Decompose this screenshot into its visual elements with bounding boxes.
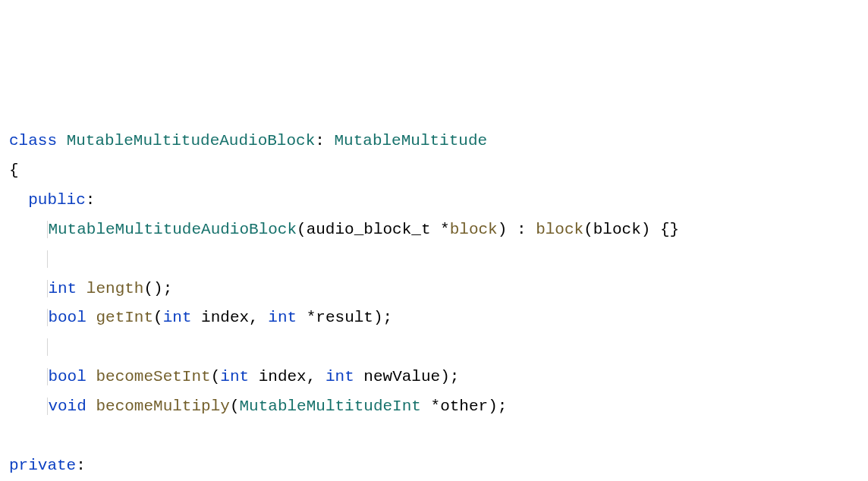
keyword-public: public [28,191,86,209]
code-line: bool becomeSetInt(int index, int newValu… [47,368,459,385]
punct: ( [211,368,221,385]
code-line: void becomeMultiply(MutableMultitudeInt … [47,398,507,415]
code-line: bool getInt(int index, int *result); [47,309,392,326]
sig: (audio_block_t * [297,221,450,238]
punct: : [315,132,334,149]
param-type: int [268,309,297,326]
return-type: bool [48,309,86,326]
blank-line [47,338,58,356]
fn-name: becomeMultiply [96,398,229,415]
init: block [536,221,583,238]
code-line: MutableMultitudeAudioBlock(audio_block_t… [47,221,679,238]
param-name: index, [249,368,326,385]
param-type: int [220,368,249,385]
code-line: class MutableMultitudeAudioBlock: Mutabl… [9,132,487,149]
keyword-private: private [9,457,76,474]
param-name: index, [191,309,268,326]
fn-name: getInt [96,309,153,326]
punct: ( [153,309,163,326]
class-name: MutableMultitudeAudioBlock [67,132,316,149]
param-type: int [163,309,192,326]
base-class: MutableMultitude [335,132,488,149]
code-line: int length(); [47,280,172,297]
fn-name: becomeSetInt [96,368,210,385]
sig: ) : [498,221,536,238]
return-type: void [48,398,86,415]
punct: ( [230,398,240,415]
return-type: bool [48,368,86,385]
brace-open: { [9,162,19,179]
param: block [450,221,498,238]
blank-line [47,250,58,268]
fn-name: length [86,280,144,297]
param-type: int [326,368,354,385]
keyword-class: class [9,132,57,149]
access-private: private: [9,457,86,474]
param-type: MutableMultitudeInt [239,398,420,415]
punct: : [86,191,96,209]
constructor-name: MutableMultitudeAudioBlock [48,221,297,238]
punct: : [76,457,86,474]
param-name: newValue); [354,368,460,385]
param-name: *other); [421,398,507,415]
sig: (block) {} [583,221,679,238]
return-type: int [48,280,77,297]
param-name: *result); [297,309,392,326]
sig: (); [143,280,172,297]
access-public: public: [28,191,95,209]
